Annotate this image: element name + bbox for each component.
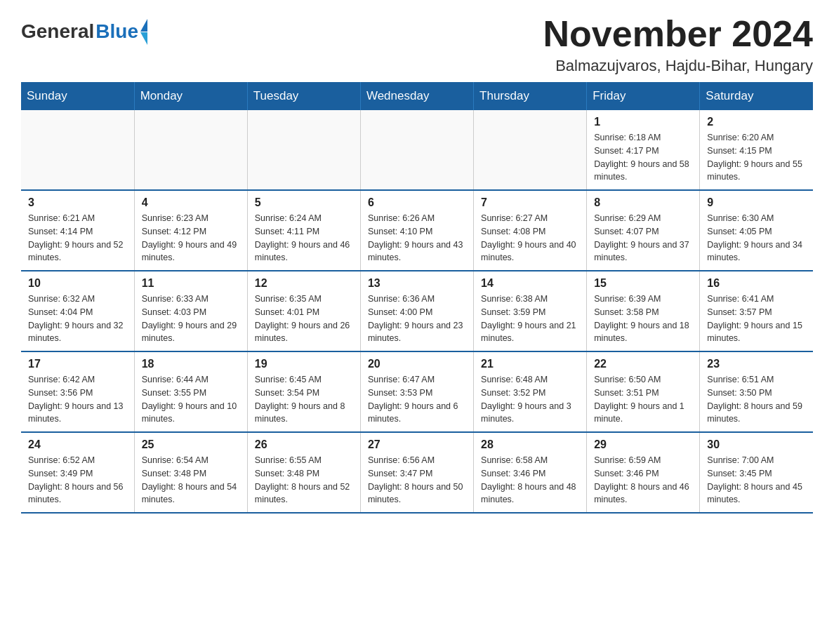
day-number: 4 <box>142 196 240 209</box>
calendar-cell: 9Sunrise: 6:30 AMSunset: 4:05 PMDaylight… <box>700 190 813 271</box>
logo: General Blue <box>21 14 147 45</box>
weekday-header-tuesday: Tuesday <box>247 82 360 110</box>
week-row-5: 24Sunrise: 6:52 AMSunset: 3:49 PMDayligh… <box>21 432 813 513</box>
weekday-header-friday: Friday <box>587 82 700 110</box>
day-info: Sunrise: 6:35 AMSunset: 4:01 PMDaylight:… <box>255 293 353 345</box>
calendar-cell: 10Sunrise: 6:32 AMSunset: 4:04 PMDayligh… <box>21 271 134 351</box>
title-area: November 2024 Balmazujvaros, Hajdu-Bihar… <box>543 14 813 75</box>
day-number: 30 <box>707 438 806 451</box>
day-number: 17 <box>28 358 127 370</box>
day-info: Sunrise: 6:24 AMSunset: 4:11 PMDaylight:… <box>255 212 353 264</box>
day-info: Sunrise: 7:00 AMSunset: 3:45 PMDaylight:… <box>707 454 806 507</box>
calendar-cell: 19Sunrise: 6:45 AMSunset: 3:54 PMDayligh… <box>247 351 360 432</box>
calendar-cell <box>474 110 587 190</box>
calendar-cell: 27Sunrise: 6:56 AMSunset: 3:47 PMDayligh… <box>360 432 473 513</box>
calendar-cell: 20Sunrise: 6:47 AMSunset: 3:53 PMDayligh… <box>360 351 473 432</box>
day-number: 11 <box>142 277 240 290</box>
calendar-cell: 7Sunrise: 6:27 AMSunset: 4:08 PMDaylight… <box>474 190 587 271</box>
day-info: Sunrise: 6:45 AMSunset: 3:54 PMDaylight:… <box>255 373 353 426</box>
day-number: 9 <box>707 196 806 209</box>
calendar-cell: 28Sunrise: 6:58 AMSunset: 3:46 PMDayligh… <box>474 432 587 513</box>
day-number: 1 <box>594 116 692 128</box>
calendar-cell: 30Sunrise: 7:00 AMSunset: 3:45 PMDayligh… <box>700 432 813 513</box>
day-number: 16 <box>707 277 806 290</box>
day-number: 3 <box>28 196 127 209</box>
calendar-cell: 16Sunrise: 6:41 AMSunset: 3:57 PMDayligh… <box>700 271 813 351</box>
calendar-cell: 11Sunrise: 6:33 AMSunset: 4:03 PMDayligh… <box>134 271 247 351</box>
day-number: 25 <box>142 438 240 451</box>
calendar-cell: 2Sunrise: 6:20 AMSunset: 4:15 PMDaylight… <box>700 110 813 190</box>
calendar-cell: 26Sunrise: 6:55 AMSunset: 3:48 PMDayligh… <box>247 432 360 513</box>
calendar-cell: 23Sunrise: 6:51 AMSunset: 3:50 PMDayligh… <box>700 351 813 432</box>
calendar-cell: 17Sunrise: 6:42 AMSunset: 3:56 PMDayligh… <box>21 351 134 432</box>
day-number: 13 <box>368 277 466 290</box>
day-info: Sunrise: 6:33 AMSunset: 4:03 PMDaylight:… <box>142 293 240 345</box>
day-info: Sunrise: 6:59 AMSunset: 3:46 PMDaylight:… <box>594 454 692 507</box>
calendar-cell <box>247 110 360 190</box>
day-info: Sunrise: 6:52 AMSunset: 3:49 PMDaylight:… <box>28 454 127 507</box>
day-number: 19 <box>255 358 353 370</box>
weekday-header-saturday: Saturday <box>700 82 813 110</box>
calendar-cell: 22Sunrise: 6:50 AMSunset: 3:51 PMDayligh… <box>587 351 700 432</box>
day-info: Sunrise: 6:41 AMSunset: 3:57 PMDaylight:… <box>707 293 806 345</box>
day-number: 6 <box>368 196 466 209</box>
calendar-cell: 13Sunrise: 6:36 AMSunset: 4:00 PMDayligh… <box>360 271 473 351</box>
calendar-cell <box>134 110 247 190</box>
calendar-cell: 15Sunrise: 6:39 AMSunset: 3:58 PMDayligh… <box>587 271 700 351</box>
day-info: Sunrise: 6:21 AMSunset: 4:14 PMDaylight:… <box>28 212 127 264</box>
header: General Blue November 2024 Balmazujvaros… <box>21 14 813 75</box>
day-info: Sunrise: 6:50 AMSunset: 3:51 PMDaylight:… <box>594 373 692 426</box>
day-info: Sunrise: 6:38 AMSunset: 3:59 PMDaylight:… <box>481 293 579 345</box>
day-number: 5 <box>255 196 353 209</box>
day-number: 7 <box>481 196 579 209</box>
day-number: 28 <box>481 438 579 451</box>
day-info: Sunrise: 6:27 AMSunset: 4:08 PMDaylight:… <box>481 212 579 264</box>
day-number: 18 <box>142 358 240 370</box>
weekday-header-thursday: Thursday <box>474 82 587 110</box>
location: Balmazujvaros, Hajdu-Bihar, Hungary <box>543 57 813 75</box>
day-info: Sunrise: 6:32 AMSunset: 4:04 PMDaylight:… <box>28 293 127 345</box>
day-info: Sunrise: 6:20 AMSunset: 4:15 PMDaylight:… <box>707 131 806 184</box>
weekday-header-monday: Monday <box>134 82 247 110</box>
day-info: Sunrise: 6:30 AMSunset: 4:05 PMDaylight:… <box>707 212 806 264</box>
day-info: Sunrise: 6:55 AMSunset: 3:48 PMDaylight:… <box>255 454 353 507</box>
day-number: 22 <box>594 358 692 370</box>
day-info: Sunrise: 6:58 AMSunset: 3:46 PMDaylight:… <box>481 454 579 507</box>
day-info: Sunrise: 6:26 AMSunset: 4:10 PMDaylight:… <box>368 212 466 264</box>
calendar-cell: 8Sunrise: 6:29 AMSunset: 4:07 PMDaylight… <box>587 190 700 271</box>
day-number: 20 <box>368 358 466 370</box>
day-info: Sunrise: 6:39 AMSunset: 3:58 PMDaylight:… <box>594 293 692 345</box>
week-row-4: 17Sunrise: 6:42 AMSunset: 3:56 PMDayligh… <box>21 351 813 432</box>
calendar-cell <box>21 110 134 190</box>
week-row-2: 3Sunrise: 6:21 AMSunset: 4:14 PMDaylight… <box>21 190 813 271</box>
week-row-1: 1Sunrise: 6:18 AMSunset: 4:17 PMDaylight… <box>21 110 813 190</box>
day-number: 2 <box>707 116 806 128</box>
calendar-cell <box>360 110 473 190</box>
day-info: Sunrise: 6:29 AMSunset: 4:07 PMDaylight:… <box>594 212 692 264</box>
day-number: 27 <box>368 438 466 451</box>
day-info: Sunrise: 6:44 AMSunset: 3:55 PMDaylight:… <box>142 373 240 426</box>
calendar-cell: 3Sunrise: 6:21 AMSunset: 4:14 PMDaylight… <box>21 190 134 271</box>
day-number: 15 <box>594 277 692 290</box>
day-info: Sunrise: 6:36 AMSunset: 4:00 PMDaylight:… <box>368 293 466 345</box>
calendar-cell: 21Sunrise: 6:48 AMSunset: 3:52 PMDayligh… <box>474 351 587 432</box>
calendar-cell: 5Sunrise: 6:24 AMSunset: 4:11 PMDaylight… <box>247 190 360 271</box>
day-info: Sunrise: 6:56 AMSunset: 3:47 PMDaylight:… <box>368 454 466 507</box>
day-number: 21 <box>481 358 579 370</box>
day-info: Sunrise: 6:47 AMSunset: 3:53 PMDaylight:… <box>368 373 466 426</box>
weekday-header-wednesday: Wednesday <box>360 82 473 110</box>
logo-blue-text: Blue <box>95 20 138 43</box>
day-info: Sunrise: 6:51 AMSunset: 3:50 PMDaylight:… <box>707 373 806 426</box>
day-info: Sunrise: 6:48 AMSunset: 3:52 PMDaylight:… <box>481 373 579 426</box>
calendar-cell: 25Sunrise: 6:54 AMSunset: 3:48 PMDayligh… <box>134 432 247 513</box>
day-number: 26 <box>255 438 353 451</box>
day-number: 29 <box>594 438 692 451</box>
day-number: 12 <box>255 277 353 290</box>
logo-general-text: General <box>21 20 94 43</box>
weekday-header-sunday: Sunday <box>21 82 134 110</box>
calendar-cell: 4Sunrise: 6:23 AMSunset: 4:12 PMDaylight… <box>134 190 247 271</box>
calendar-cell: 18Sunrise: 6:44 AMSunset: 3:55 PMDayligh… <box>134 351 247 432</box>
day-info: Sunrise: 6:18 AMSunset: 4:17 PMDaylight:… <box>594 131 692 184</box>
week-row-3: 10Sunrise: 6:32 AMSunset: 4:04 PMDayligh… <box>21 271 813 351</box>
logo-blue-container: Blue <box>94 18 147 45</box>
